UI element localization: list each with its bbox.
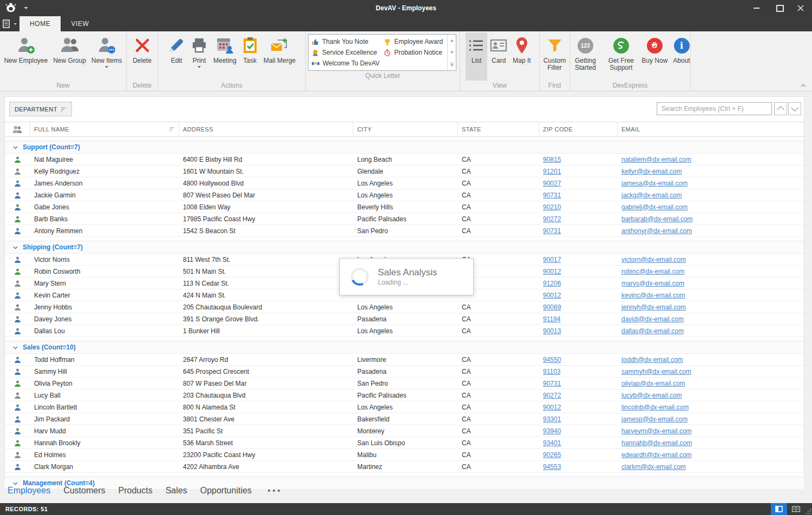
zip-link[interactable]: 93940 <box>543 427 561 435</box>
employee-row[interactable]: Jenny Hobbs205 Chautauqua BoulevardLos A… <box>5 301 804 313</box>
email-link[interactable]: anthonyr@dx-email.com <box>621 227 692 235</box>
minimize-button[interactable] <box>748 0 764 16</box>
tab-home[interactable]: HOME <box>19 16 61 31</box>
employee-row[interactable]: James Anderson4800 Hollywood BlvdLos Ang… <box>5 177 804 189</box>
email-link[interactable]: sammyh@dx-email.com <box>621 368 691 375</box>
email-link[interactable]: lucyb@dx-email.com <box>621 392 682 399</box>
group-row[interactable]: Shipping (Count=7) <box>5 241 804 254</box>
email-link[interactable]: gabrielj@dx-email.com <box>621 203 687 211</box>
zip-link[interactable]: 90210 <box>543 203 561 211</box>
gallery-scroll-up-button[interactable] <box>448 35 456 47</box>
doc-tab-opportunities[interactable]: Opportunities <box>200 486 252 496</box>
book-view-button[interactable] <box>788 503 803 515</box>
employee-row[interactable]: Dallas Lou1 Bunker HillLos AngelesCA9001… <box>5 325 804 337</box>
zip-link[interactable]: 94553 <box>543 463 561 471</box>
employee-row[interactable]: Jackie Garmin807 West Paseo Del MarLos A… <box>5 189 804 201</box>
zip-link[interactable]: 90069 <box>543 303 561 311</box>
buy-now-button[interactable]: Buy Now <box>639 32 670 81</box>
doc-tab-sales[interactable]: Sales <box>166 486 187 496</box>
quick-letter-probation-notice[interactable]: Probation Notice <box>384 47 447 58</box>
edit-button[interactable]: Edit <box>165 32 188 81</box>
employee-row[interactable]: Barb Banks17985 Pacific Coast HwyPacific… <box>5 213 804 225</box>
employee-row[interactable]: Clark Morgan4202 Alhambra AveMartinezCA9… <box>5 461 804 473</box>
ribbon-collapse-button[interactable] <box>801 84 806 87</box>
quick-letter-welcome-to-devav[interactable]: Welcome To DevAV <box>312 58 384 69</box>
email-link[interactable]: dallas@dx-email.com <box>621 327 684 335</box>
map-it-button[interactable]: Map It <box>510 32 533 81</box>
email-link[interactable]: clarkm@dx-email.com <box>621 463 686 471</box>
reading-layout-button[interactable] <box>771 503 787 515</box>
email-link[interactable]: harveym@dx-email.com <box>621 427 692 435</box>
employee-row[interactable]: Kelly Rodriguez1601 W Mountain St.Glenda… <box>5 166 804 177</box>
zip-link[interactable]: 91206 <box>543 280 561 287</box>
new-group-button[interactable]: New Group <box>50 32 89 81</box>
column-header-zip-code[interactable]: ZIP CODE <box>539 122 618 136</box>
delete-button[interactable]: Delete <box>130 32 154 81</box>
list-view-button[interactable]: List <box>466 32 487 81</box>
new-items-button[interactable]: New Items <box>89 32 125 81</box>
email-link[interactable]: hannahb@dx-email.com <box>621 439 692 447</box>
zip-link[interactable]: 90731 <box>543 380 561 387</box>
zip-link[interactable]: 90731 <box>543 192 561 199</box>
employee-row[interactable]: Lincoln Bartlett800 N Alameda StLos Ange… <box>5 401 804 413</box>
column-header-state[interactable]: STATE <box>458 122 539 136</box>
mail-merge-button[interactable]: Mail Merge <box>261 32 298 81</box>
employee-row[interactable]: Jim Packard3801 Chester AveBakersfieldCA… <box>5 413 804 425</box>
zip-link[interactable]: 91103 <box>543 368 560 375</box>
employee-row[interactable]: Ed Holmes23200 Pacific Coast HwyMalibuCA… <box>5 449 804 461</box>
application-menu-button[interactable] <box>0 16 19 31</box>
zip-link[interactable]: 90012 <box>543 292 561 299</box>
email-link[interactable]: edwardh@dx-email.com <box>621 451 692 459</box>
gallery-expand-button[interactable] <box>448 58 456 70</box>
employee-row[interactable]: Harv Mudd351 Pacific StMontereyCA93940ha… <box>5 425 804 437</box>
tab-view[interactable]: VIEW <box>61 16 99 31</box>
email-link[interactable]: jackg@dx-email.com <box>621 192 682 199</box>
zip-link[interactable]: 93301 <box>543 415 561 423</box>
search-input[interactable] <box>657 102 772 115</box>
employee-row[interactable]: Nat Maguiree6400 E Bixby Hill RdLong Bea… <box>5 154 804 166</box>
employee-row[interactable]: Davey Jones391 S Orange Grove Blvd.Pasad… <box>5 313 804 325</box>
maximize-button[interactable] <box>772 0 788 16</box>
zip-link[interactable]: 93401 <box>543 439 561 447</box>
about-button[interactable]: i About <box>670 32 692 81</box>
column-header-address[interactable]: ADDRESS <box>179 122 353 136</box>
zip-link[interactable]: 90012 <box>543 404 561 411</box>
email-link[interactable]: jamesa@dx-email.com <box>621 180 687 187</box>
email-link[interactable]: kevinc@dx-email.com <box>621 292 685 299</box>
email-link[interactable]: oliviap@dx-email.com <box>621 380 685 387</box>
employee-row[interactable]: Olivia Peyton807 W Paseo Del MarSan Pedr… <box>5 378 804 389</box>
zip-link[interactable]: 90272 <box>543 215 561 223</box>
meeting-button[interactable]: Meeting <box>211 32 239 81</box>
quick-access-dropdown-icon[interactable] <box>24 7 28 9</box>
doc-tab-products[interactable]: Products <box>119 486 153 496</box>
email-link[interactable]: nataliem@dx-email.com <box>621 156 691 163</box>
email-link[interactable]: victorn@dx-email.com <box>621 256 686 263</box>
getting-started-button[interactable]: 123 Getting Started <box>567 32 603 81</box>
email-link[interactable]: toddh@dx-email.com <box>621 356 683 364</box>
new-employee-button[interactable]: New Employee <box>1 32 50 81</box>
doc-tab-customers[interactable]: Customers <box>63 486 105 496</box>
chevron-down-icon[interactable] <box>13 243 18 251</box>
chevron-down-icon[interactable] <box>13 143 18 151</box>
card-view-button[interactable]: Card <box>487 32 510 81</box>
employee-row[interactable]: Gabe Jones1008 Elden WayBeverly HillsCA9… <box>5 201 804 213</box>
zip-link[interactable]: 90017 <box>543 256 561 263</box>
task-button[interactable]: Task <box>239 32 261 81</box>
search-previous-button[interactable] <box>774 102 787 115</box>
email-link[interactable]: jennyh@dx-email.com <box>621 303 686 311</box>
zip-link[interactable]: 90731 <box>543 227 561 235</box>
chevron-down-icon[interactable] <box>13 344 18 351</box>
group-row[interactable]: Support (Count=7) <box>5 141 804 154</box>
column-header-city[interactable]: CITY <box>353 122 458 136</box>
doc-tab-employees[interactable]: Employees <box>8 486 50 496</box>
email-link[interactable]: davidj@dx-email.com <box>621 315 684 323</box>
zip-link[interactable]: 90013 <box>543 327 561 335</box>
email-link[interactable]: jamesp@dx-email.com <box>621 415 687 423</box>
employee-row[interactable]: Antony Remmen1542 S Beacon StSan PedroCA… <box>5 225 804 237</box>
print-button[interactable]: Print <box>188 32 211 81</box>
quick-letter-thank-you-note[interactable]: Thank You Note <box>312 36 384 47</box>
gallery-scroll-down-button[interactable] <box>448 47 456 58</box>
email-link[interactable]: kellyr@dx-email.com <box>621 168 682 175</box>
employee-row[interactable]: Sammy Hill645 Prospect CrescentPasadenaC… <box>5 366 804 378</box>
column-header-full-name[interactable]: FULL NAME <box>30 122 179 136</box>
